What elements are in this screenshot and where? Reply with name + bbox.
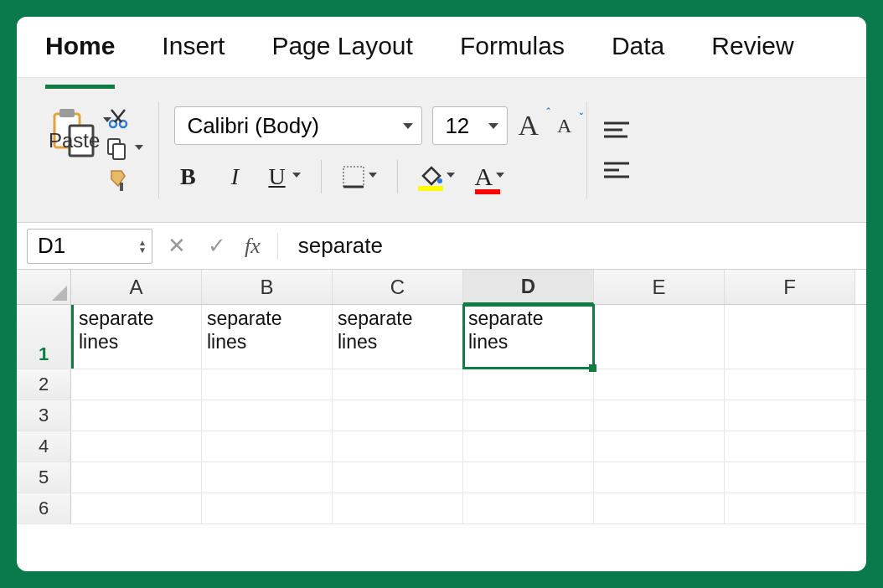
namebox-spinner[interactable]: ▲▼ [138, 239, 147, 254]
font-size-select[interactable]: 12 [432, 106, 508, 145]
row-4: 4 [17, 431, 866, 462]
row-1: 1 separate lines separate lines separate… [17, 305, 866, 369]
cell-B1[interactable]: separate lines [202, 305, 333, 369]
row-2: 2 [17, 369, 866, 400]
paintbrush-icon [106, 168, 132, 193]
cell-E3[interactable] [594, 400, 725, 431]
font-name-select[interactable]: Calibri (Body) [174, 106, 422, 145]
formula-input[interactable]: separate [292, 233, 856, 259]
svg-rect-9 [120, 183, 123, 191]
name-box[interactable]: D1 ▲▼ [27, 229, 152, 264]
align-left-button[interactable] [602, 160, 631, 180]
cell-E4[interactable] [594, 431, 725, 462]
row-5: 5 [17, 462, 866, 493]
underline-button[interactable]: U [268, 163, 300, 190]
cell-D6[interactable] [463, 493, 594, 524]
cell-C2[interactable] [333, 369, 463, 400]
cell-F5[interactable] [725, 462, 855, 493]
col-header-D[interactable]: D [463, 270, 594, 304]
fill-color-button[interactable] [418, 166, 455, 188]
row-header-2[interactable]: 2 [17, 369, 71, 400]
alignment-group [587, 85, 646, 215]
copy-button[interactable] [106, 137, 143, 161]
cell-C3[interactable] [333, 400, 463, 431]
shrink-font-button[interactable]: Aˇ [557, 115, 571, 137]
format-painter-button[interactable] [106, 168, 143, 193]
cell-E5[interactable] [594, 462, 725, 493]
col-header-E[interactable]: E [594, 270, 725, 304]
cell-B2[interactable] [202, 369, 333, 400]
cell-D2[interactable] [463, 369, 594, 400]
col-header-A[interactable]: A [71, 270, 202, 304]
cell-D1[interactable]: separate lines [463, 305, 594, 369]
tab-formulas[interactable]: Formulas [460, 32, 565, 77]
cell-A6[interactable] [71, 493, 202, 524]
row-header-4[interactable]: 4 [17, 431, 71, 462]
cell-E2[interactable] [594, 369, 725, 400]
cell-A5[interactable] [71, 462, 202, 493]
fx-label[interactable]: fx [241, 234, 264, 259]
font-name-value: Calibri (Body) [187, 113, 319, 139]
cell-C4[interactable] [333, 431, 463, 462]
tab-page-layout[interactable]: Page Layout [271, 32, 412, 77]
cell-D4[interactable] [463, 431, 594, 462]
row-header-1[interactable]: 1 [17, 305, 71, 369]
cell-F4[interactable] [725, 431, 855, 462]
col-header-C[interactable]: C [333, 270, 463, 304]
font-size-value: 12 [445, 113, 469, 139]
cell-B6[interactable] [202, 493, 333, 524]
cell-E1[interactable] [594, 305, 725, 369]
paint-bucket-icon [418, 166, 443, 188]
cell-C5[interactable] [333, 462, 463, 493]
align-lines-icon [602, 120, 631, 140]
ribbon-tabs: Home Insert Page Layout Formulas Data Re… [17, 17, 866, 77]
cell-C6[interactable] [333, 493, 463, 524]
shrink-caret-icon: ˇ [580, 111, 584, 125]
svg-rect-10 [343, 167, 364, 187]
cell-A3[interactable] [71, 400, 202, 431]
tab-review[interactable]: Review [711, 32, 793, 77]
cell-B3[interactable] [202, 400, 333, 431]
col-header-F[interactable]: F [725, 270, 855, 304]
row-header-6[interactable]: 6 [17, 493, 71, 524]
cell-reference: D1 [38, 233, 65, 259]
cell-F2[interactable] [725, 369, 855, 400]
row-header-5[interactable]: 5 [17, 462, 71, 493]
paste-button[interactable]: Paste [49, 107, 100, 152]
svg-rect-1 [59, 109, 75, 117]
cell-C1[interactable]: separate lines [333, 305, 463, 369]
cell-F1[interactable] [725, 305, 855, 369]
row-3: 3 [17, 400, 866, 431]
cell-E6[interactable] [594, 493, 725, 524]
cell-A1[interactable]: separate lines [71, 305, 202, 369]
select-all-corner[interactable] [17, 270, 71, 304]
cell-A2[interactable] [71, 369, 202, 400]
cancel-formula-button[interactable]: ✕ [161, 233, 193, 259]
spreadsheet-grid: A B C D E F 1 separate lines separate li… [17, 270, 866, 524]
cut-button[interactable] [106, 107, 143, 131]
bold-button[interactable]: B [174, 163, 201, 190]
row-header-3[interactable]: 3 [17, 400, 71, 431]
cell-F3[interactable] [725, 400, 855, 431]
clipboard-side-icons [106, 107, 143, 193]
tab-data[interactable]: Data [612, 32, 664, 77]
italic-button[interactable]: I [221, 163, 248, 190]
align-top-button[interactable] [602, 120, 631, 140]
tab-home[interactable]: Home [45, 32, 115, 77]
column-headers: A B C D E F [17, 270, 866, 305]
col-header-B[interactable]: B [202, 270, 333, 304]
cell-B5[interactable] [202, 462, 333, 493]
cell-F6[interactable] [725, 493, 855, 524]
cell-D3[interactable] [463, 400, 594, 431]
grow-font-button[interactable]: Aˆ [518, 110, 539, 142]
font-group: Calibri (Body) 12 Aˆ Aˇ B I U [159, 85, 586, 215]
font-color-button[interactable]: A [475, 162, 505, 191]
borders-button[interactable] [342, 165, 377, 188]
svg-point-12 [437, 178, 442, 183]
cell-D5[interactable] [463, 462, 594, 493]
align-left-icon [602, 160, 631, 180]
cell-A4[interactable] [71, 431, 202, 462]
tab-insert[interactable]: Insert [162, 32, 225, 77]
cell-B4[interactable] [202, 431, 333, 462]
confirm-formula-button[interactable]: ✓ [201, 233, 233, 259]
